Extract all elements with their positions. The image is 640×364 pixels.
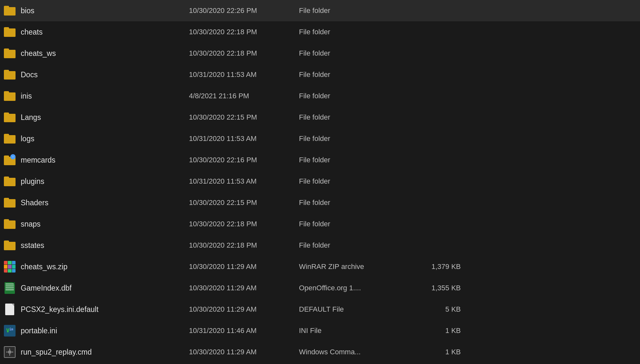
file-date: 10/30/2020 22:15 PM [189,198,299,207]
folder-icon [3,111,16,124]
file-date: 10/30/2020 22:18 PM [189,241,299,250]
file-name: GameIndex.dbf [21,284,189,293]
file-row[interactable]: cheats_ws.zip10/30/2020 11:29 AMWinRAR Z… [0,256,640,277]
file-size: 1,379 KB [409,262,461,271]
file-type: File folder [299,28,409,36]
file-name: run_spu2_replay.cmd [21,348,189,357]
file-name: sstates [21,241,189,250]
file-type: File folder [299,134,409,143]
file-type: File folder [299,241,409,250]
file-row[interactable]: ↑memcards10/30/2020 22:16 PMFile folder [0,149,640,171]
folder-icon [3,218,16,230]
file-date: 10/30/2020 22:16 PM [189,156,299,164]
file-row[interactable]: cheats_ws10/30/2020 22:18 PMFile folder [0,43,640,64]
file-date: 10/31/2020 11:53 AM [189,177,299,186]
file-row[interactable]: bios10/30/2020 22:26 PMFile folder [0,0,640,21]
file-name: portable.ini [21,327,189,335]
file-row[interactable]: Langs10/30/2020 22:15 PMFile folder [0,107,640,128]
folder-icon [3,68,16,81]
file-name: logs [21,134,189,143]
default-icon [3,303,16,316]
file-date: 10/30/2020 11:29 AM [189,262,299,271]
file-type: File folder [299,156,409,164]
file-name: cheats_ws [21,49,189,58]
file-row[interactable]: inis4/8/2021 21:16 PMFile folder [0,85,640,107]
svg-rect-3 [9,354,10,356]
file-row[interactable]: Shaders10/30/2020 22:15 PMFile folder [0,192,640,213]
file-row[interactable]: PCSX2_keys.ini.default10/30/2020 11:29 A… [0,299,640,320]
file-size: 5 KB [409,305,461,314]
file-date: 10/30/2020 11:29 AM [189,284,299,292]
file-date: 10/31/2020 11:46 AM [189,327,299,335]
folder-icon [3,4,16,17]
file-row[interactable]: sstates10/30/2020 22:18 PMFile folder [0,235,640,256]
file-name: bios [21,6,189,15]
svg-rect-5 [12,352,13,352]
file-name: PCSX2_keys.ini.default [21,305,189,314]
file-name: Docs [21,70,189,79]
file-name: plugins [21,177,189,186]
file-name: snaps [21,220,189,229]
folder-icon [3,47,16,60]
file-row[interactable]: GameIndex.dbf10/30/2020 11:29 AMOpenOffi… [0,277,640,299]
folder-icon [3,196,16,209]
svg-rect-4 [6,352,8,352]
file-date: 10/30/2020 11:29 AM [189,305,299,314]
file-date: 4/8/2021 21:16 PM [189,92,299,100]
file-type: OpenOffice.org 1.... [299,284,409,292]
file-list: bios10/30/2020 22:26 PMFile foldercheats… [0,0,640,363]
file-row[interactable]: cheats10/30/2020 22:18 PMFile folder [0,21,640,43]
file-size: 1 KB [409,348,461,356]
file-type: File folder [299,6,409,15]
file-type: File folder [299,198,409,207]
file-type: Windows Comma... [299,348,409,356]
file-date: 10/30/2020 22:15 PM [189,113,299,122]
zip-icon [3,260,16,273]
vim-icon: Vim [3,324,16,337]
dbf-icon [3,282,16,294]
file-date: 10/30/2020 22:26 PM [189,6,299,15]
file-row[interactable]: run_spu2_replay.cmd10/30/2020 11:29 AMWi… [0,341,640,363]
file-row[interactable]: plugins10/31/2020 11:53 AMFile folder [0,171,640,192]
svg-point-1 [9,351,10,353]
file-name: cheats_ws.zip [21,262,189,271]
file-type: DEFAULT File [299,305,409,314]
folder-icon [3,26,16,38]
file-date: 10/31/2020 11:53 AM [189,70,299,79]
file-name: memcards [21,156,189,165]
file-size: 1,355 KB [409,284,461,292]
file-name: Langs [21,113,189,122]
svg-rect-2 [9,348,10,350]
file-name: inis [21,92,189,101]
file-row[interactable]: Docs10/31/2020 11:53 AMFile folder [0,64,640,85]
file-type: File folder [299,70,409,79]
file-size: 1 KB [409,327,461,335]
file-type: WinRAR ZIP archive [299,262,409,271]
file-date: 10/31/2020 11:53 AM [189,134,299,143]
file-date: 10/30/2020 11:29 AM [189,348,299,356]
file-type: File folder [299,177,409,186]
file-type: File folder [299,49,409,58]
file-name: cheats [21,28,189,37]
file-row[interactable]: snaps10/30/2020 22:18 PMFile folder [0,213,640,235]
folder-icon [3,239,16,252]
folder_special-icon: ↑ [3,154,16,166]
file-type: INI File [299,327,409,335]
file-date: 10/30/2020 22:18 PM [189,49,299,58]
folder-icon [3,175,16,188]
file-type: File folder [299,113,409,122]
folder-icon [3,90,16,102]
file-row[interactable]: Vimportable.ini10/31/2020 11:46 AMINI Fi… [0,320,640,341]
cmd-icon [3,346,16,359]
file-name: Shaders [21,198,189,207]
file-type: File folder [299,220,409,228]
file-date: 10/30/2020 22:18 PM [189,28,299,36]
file-type: File folder [299,92,409,100]
folder-icon [3,132,16,145]
file-date: 10/30/2020 22:18 PM [189,220,299,228]
file-row[interactable]: logs10/31/2020 11:53 AMFile folder [0,128,640,149]
